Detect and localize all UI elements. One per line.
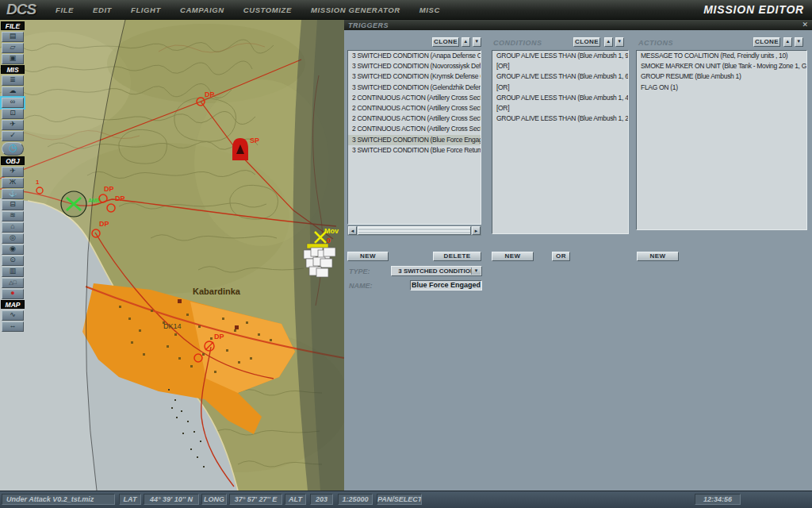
remove-object-button[interactable]: ● (2, 289, 24, 299)
new-mission-button[interactable]: ▤ (2, 32, 24, 42)
triggers-panel: TRIGGERS ✕ CLONE ▲ ▼ 3 SWITCHED CONDITIO… (344, 20, 812, 491)
map-canvas[interactable]: DP 1 AMB DP DP DP (0, 20, 344, 491)
menu-customize[interactable]: CUSTOMIZE (243, 6, 292, 14)
scroll-left-icon[interactable]: ◄ (348, 226, 357, 235)
condition-item[interactable]: GROUP ALIVE LESS THAN (Blue Ambush 1, 65… (492, 71, 628, 82)
trigger-delete-button[interactable]: DELETE (433, 252, 481, 261)
weather-button[interactable]: ☁ (2, 87, 24, 97)
statusbar: Under Attack V0.2_tst.miz LAT 44° 39' 10… (0, 491, 812, 508)
trigger-item[interactable]: 3 SWITCHED CONDITION (Gelendzhik Defense… (348, 83, 481, 93)
trigger-zone-button[interactable]: ◎ (2, 233, 24, 244)
briefing-icon: ≣ (10, 75, 16, 84)
mission-check-button[interactable]: ✓ (2, 131, 24, 141)
shapes-icon: △□ (9, 278, 17, 287)
menubar: DCS FILE EDIT FLIGHT CAMPAIGN CUSTOMIZE … (0, 0, 812, 20)
ship-group-button[interactable]: ⚓ (2, 189, 24, 199)
mission-time-button[interactable]: ◷ (2, 142, 24, 156)
ship-icon: ⚓ (8, 189, 17, 198)
conditions-move-up-button[interactable]: ▲ (604, 37, 613, 47)
action-new-button[interactable]: NEW (637, 252, 679, 261)
triggers-clone-button[interactable]: CLONE (432, 37, 459, 47)
triggers-move-down-button[interactable]: ▼ (473, 37, 481, 47)
action-item[interactable]: MESSAGE TO COALITION (Red, Freindly unit… (637, 51, 806, 61)
scrollbar-thumb[interactable] (358, 226, 471, 235)
svg-text:DP: DP (104, 185, 114, 193)
radio-beacon-button[interactable]: ◉ (2, 244, 24, 255)
trigger-item-selected[interactable]: 3 SWITCHED CONDITION (Blue Force Engaged… (348, 135, 481, 145)
failures-button[interactable]: ✈ (2, 120, 24, 130)
remove-icon: ● (10, 289, 14, 298)
trigger-item[interactable]: 3 SWITCHED CONDITION (Krymsk Defense Onl… (348, 71, 481, 82)
actions-clone-button[interactable]: CLONE (753, 37, 780, 47)
scroll-right-icon[interactable]: ► (472, 226, 481, 235)
save-mission-button[interactable]: ▣ (2, 54, 24, 64)
airplane-group-button[interactable]: ✈ (2, 167, 24, 177)
condition-item[interactable]: [OR] (492, 83, 628, 93)
helicopter-group-button[interactable]: Ж (2, 178, 24, 188)
menu-misc[interactable]: MISC (419, 6, 440, 14)
conditions-list[interactable]: GROUP ALIVE LESS THAN (Blue Ambush 1, 95… (492, 50, 629, 234)
conditions-move-down-button[interactable]: ▼ (615, 37, 624, 47)
menu-mission-generator[interactable]: MISSION GENERATOR (311, 6, 400, 14)
close-icon[interactable]: ✕ (802, 20, 808, 30)
condition-item[interactable]: GROUP ALIVE LESS THAN (Blue Ambush 1, 45… (492, 93, 628, 103)
trigger-name-input[interactable]: Blue Force Engaged (410, 280, 482, 291)
open-mission-icon: ▱ (10, 43, 16, 52)
triggers-list[interactable]: 3 SWITCHED CONDITION (Anapa Defense Onli… (347, 50, 481, 225)
condition-item[interactable]: GROUP ALIVE LESS THAN (Blue Ambush 1, 25… (492, 114, 628, 124)
dcs-logo: DCS (6, 1, 56, 18)
condition-item[interactable]: [OR] (492, 103, 628, 114)
trigger-item[interactable]: 2 CONTINUOUS ACTION (Artillery Cross Sec… (348, 93, 481, 103)
map-route-tool-button[interactable]: ∿ (2, 310, 24, 321)
trigger-type-dropdown[interactable]: 3 SWITCHED CONDITION ▼ (391, 266, 482, 276)
trigger-item[interactable]: 3 SWITCHED CONDITION (Novorossiysk Defen… (348, 61, 481, 71)
drawing-shapes-button[interactable]: △□ (2, 278, 24, 288)
trigger-item[interactable]: 2 CONTINUOUS ACTION (Artillery Cross Sec… (348, 124, 481, 134)
route-tool-icon: ∿ (10, 310, 16, 319)
name-label: NAME: (349, 282, 373, 290)
menu-campaign[interactable]: CAMPAIGN (180, 6, 224, 14)
actions-list[interactable]: MESSAGE TO COALITION (Red, Freindly unit… (636, 50, 807, 230)
vehicle-group-button[interactable]: ⊟ (2, 200, 24, 210)
conditions-clone-button[interactable]: CLONE (573, 37, 600, 47)
menu-file[interactable]: FILE (56, 6, 74, 14)
app-title: MISSION EDITOR (703, 3, 804, 16)
chevron-down-icon[interactable]: ▼ (471, 267, 481, 275)
map-ruler-button[interactable]: ↔ (2, 321, 24, 332)
trigger-item[interactable]: 2 CONTINUOUS ACTION (Artillery Cross Sec… (348, 103, 481, 114)
condition-item[interactable]: GROUP ALIVE LESS THAN (Blue Ambush 1, 95… (492, 51, 628, 61)
static-object-button[interactable]: ⌂ (2, 222, 24, 233)
open-mission-button[interactable]: ▱ (2, 43, 24, 53)
triggers-move-up-button[interactable]: ▲ (462, 37, 470, 47)
condition-item[interactable]: [OR] (492, 61, 628, 71)
triggers-panel-titlebar[interactable]: TRIGGERS ✕ (344, 20, 812, 30)
initial-point-button[interactable]: ⊙ (2, 256, 24, 266)
menu-edit[interactable]: EDIT (93, 6, 112, 14)
briefing-button[interactable]: ≣ (2, 75, 24, 86)
actions-move-up-button[interactable]: ▲ (783, 37, 792, 47)
trigger-new-button[interactable]: NEW (347, 252, 389, 261)
weather-icon: ☁ (10, 87, 17, 95)
action-item[interactable]: FLAG ON (1) (637, 83, 806, 93)
svg-text:DP: DP (214, 333, 224, 341)
action-item[interactable]: SMOKE MARKER ON UNIT (Blue Tank - Moving… (637, 61, 806, 71)
triggers-button[interactable]: ∞ (2, 98, 24, 108)
toolbar-section-obj: OBJ (1, 156, 25, 165)
condition-or-button[interactable]: OR (552, 252, 570, 261)
condition-new-button[interactable]: NEW (492, 252, 534, 261)
cargo-button[interactable]: ▥ (2, 267, 24, 277)
mission-options-button[interactable]: ⊡ (2, 109, 24, 119)
town-label-kabardinka: Kabardinka (193, 287, 241, 296)
action-item[interactable]: GROUP RESUME (Blue Ambush 1) (637, 71, 806, 82)
template-group-button[interactable]: ≋ (2, 211, 24, 221)
triggers-list-hscrollbar[interactable]: ◄ ► (347, 225, 481, 236)
sp-label: SP (250, 137, 259, 144)
initial-point-icon: ⊙ (10, 256, 16, 264)
lat-value: 44° 39' 10'' N (144, 494, 199, 505)
actions-move-down-button[interactable]: ▼ (795, 37, 803, 47)
clock-icon: ◷ (9, 142, 17, 154)
trigger-item[interactable]: 2 CONTINUOUS ACTION (Artillery Cross Sec… (348, 114, 481, 124)
trigger-item[interactable]: 3 SWITCHED CONDITION (Anapa Defense Onli… (348, 51, 481, 61)
trigger-item[interactable]: 3 SWITCHED CONDITION (Blue Force Return) (348, 145, 481, 156)
menu-flight[interactable]: FLIGHT (131, 6, 161, 14)
